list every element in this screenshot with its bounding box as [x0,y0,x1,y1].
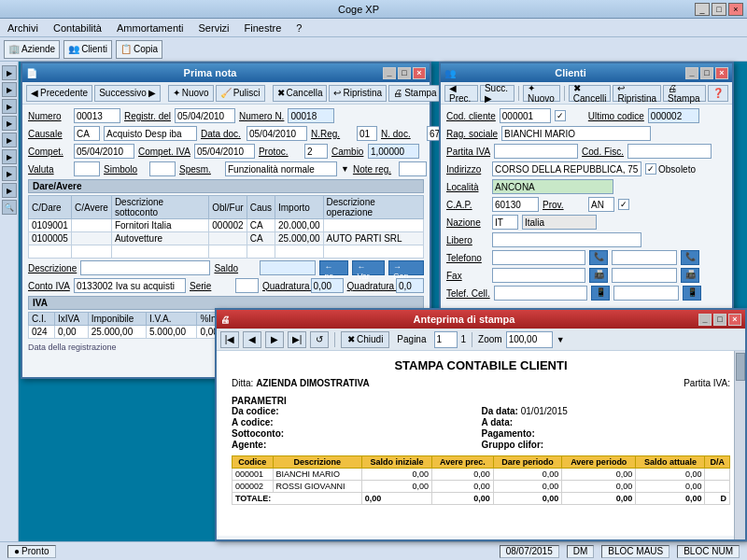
maximize-btn[interactable]: □ [712,3,726,16]
app-close-btn[interactable]: × [728,3,743,16]
btn-print-first[interactable]: |◀ [220,331,239,348]
scroll-thumb[interactable] [736,353,745,381]
anteprima-scrollbar[interactable] [734,351,745,539]
table-row[interactable]: 0109001 Fornitori Italia 000002 CA 20.00… [29,219,424,232]
obsoleto-checkbox[interactable]: ✓ [645,163,656,175]
prov-check[interactable]: ✓ [618,199,629,210]
zoom-dropdown-icon[interactable]: ▼ [557,335,565,344]
btn-print-next[interactable]: ▶ [265,331,284,348]
sidebar-icon-3[interactable]: ▶ [2,99,17,114]
input-data-doc[interactable] [247,126,307,141]
spesometro-dropdown-icon[interactable]: ▼ [341,164,349,174]
cod-cliente-check[interactable]: ✓ [555,110,566,121]
iva-row[interactable]: 024 0,00 25.000,00 5.000,00 0,00 [29,326,233,339]
input-telef-cell[interactable] [494,286,587,301]
sidebar-icon-8[interactable]: ▶ [2,183,17,198]
input-numero[interactable] [74,108,120,123]
btn-cancella[interactable]: ✖ Cancella [273,85,328,102]
input-indirizzo[interactable] [492,161,641,176]
input-descrizione[interactable] [80,260,210,275]
btn-chiudi[interactable]: ✖ Chiudi [341,331,389,348]
clienti-btn-help[interactable]: ❓ [708,85,728,102]
input-note-reg[interactable] [399,161,427,176]
sidebar-icon-6[interactable]: ▶ [2,149,17,164]
clienti-btn-stampa[interactable]: 🖨 Stampa [663,85,706,102]
input-cod-fisc[interactable] [627,144,712,159]
btn-fax-send[interactable]: 📠 [589,268,608,283]
menu-archivi[interactable]: Archivi [4,21,42,35]
btn-print-refresh[interactable]: ↺ [310,331,329,348]
btn-can[interactable]: → Can [388,260,424,275]
btn-precedente[interactable]: ◀ Precedente [26,85,92,102]
input-cambio[interactable] [368,144,419,159]
btn-ns[interactable]: ← ns [319,260,348,275]
input-pagina[interactable] [434,331,458,348]
input-cap[interactable] [492,197,539,212]
anteprima-minimize[interactable]: _ [698,314,712,326]
sidebar-icon-search[interactable]: 🔍 [2,200,17,215]
input-cod-cliente[interactable] [500,108,551,123]
app-window-controls[interactable]: _ □ × [695,3,743,16]
input-causale-desc[interactable] [104,126,197,141]
input-protoc[interactable] [304,144,328,159]
sidebar-icon-1[interactable]: ▶ [2,65,17,80]
input-saldo[interactable] [260,260,316,275]
menu-finestre[interactable]: Finestre [241,21,286,35]
input-nazione[interactable] [492,215,518,230]
btn-pulisci[interactable]: 🧹 Pulisci [216,85,265,102]
input-spesometro[interactable] [225,161,337,176]
btn-telefono2-call[interactable]: 📞 [681,250,699,265]
btn-nuovo[interactable]: ✦ Nuovo [168,85,214,102]
input-zoom[interactable] [506,331,553,348]
menu-contabilita[interactable]: Contabilità [49,21,106,35]
table-row[interactable]: 0100005 Autovetture CA 25.000,00 AUTO PA… [29,232,424,245]
input-quadratura-iva[interactable] [311,278,344,293]
input-conto-iva[interactable] [74,278,186,293]
input-fax2[interactable] [612,268,677,283]
input-telefono2[interactable] [612,250,677,265]
btn-fax2-send[interactable]: 📠 [681,268,699,283]
input-localita[interactable] [492,179,613,194]
input-cell2[interactable] [613,286,679,301]
input-quadratura-da[interactable] [396,278,424,293]
input-libero[interactable] [492,232,641,247]
btn-var[interactable]: ← Var [352,260,385,275]
toolbar-clienti[interactable]: 👥 Clienti [63,40,112,59]
btn-stampa[interactable]: 🖨 Stampa [388,85,441,102]
input-compet-iva[interactable] [194,144,255,159]
prima-nota-minimize[interactable]: _ [383,67,396,79]
input-simbolo[interactable] [149,161,176,176]
input-telefono[interactable] [492,250,585,265]
input-serie[interactable] [235,278,259,293]
clienti-btn-ripristina[interactable]: ↩ Ripristina [613,85,661,102]
toolbar-aziende[interactable]: 🏢 Aziende [4,40,60,59]
sidebar-icon-7[interactable]: ▶ [2,166,17,181]
btn-successivo[interactable]: Successivo ▶ [94,85,161,102]
toolbar-copia[interactable]: 📋 Copia [116,40,162,59]
input-compet[interactable] [74,144,134,159]
clienti-btn-nuovo[interactable]: ✦ Nuovo [523,85,560,102]
clienti-btn-succ[interactable]: Succ. ▶ [480,85,514,102]
anteprima-maximize[interactable]: □ [713,314,726,326]
input-valuta[interactable] [74,161,100,176]
menu-servizi[interactable]: Servizi [195,21,233,35]
anteprima-close[interactable]: × [728,314,741,326]
clienti-controls[interactable]: _ □ × [685,67,728,79]
clienti-close[interactable]: × [715,67,728,79]
input-registr-del[interactable] [175,108,235,123]
prima-nota-close[interactable]: × [413,67,426,79]
sidebar-icon-5[interactable]: ▶ [2,133,17,147]
input-numero-n[interactable] [288,108,334,123]
btn-print-last[interactable]: ▶| [288,331,306,348]
clienti-maximize[interactable]: □ [700,67,713,79]
input-fax[interactable] [492,268,585,283]
menu-ammortamenti[interactable]: Ammortamenti [113,21,188,35]
btn-telefono-call[interactable]: 📞 [589,250,608,265]
input-partita-iva[interactable] [494,144,578,159]
sidebar-icon-4[interactable]: ▶ [2,116,17,131]
clienti-minimize[interactable]: _ [685,67,698,79]
input-causale[interactable] [74,126,100,141]
input-ultimo-codice[interactable] [648,108,699,123]
input-rag-sociale[interactable] [501,126,651,141]
prima-nota-maximize[interactable]: □ [398,67,411,79]
